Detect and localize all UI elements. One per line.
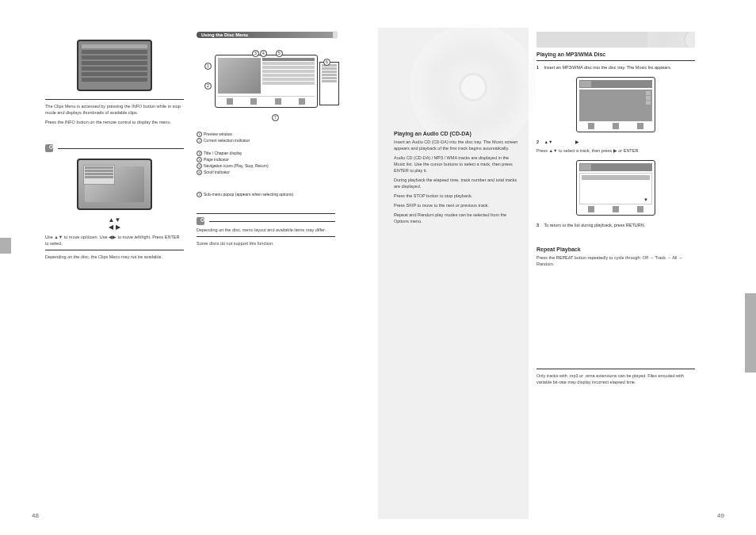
- step-3: 3 To return to the list during playback,…: [536, 222, 695, 228]
- play-icon: ▶: [575, 139, 579, 144]
- legend-item: 4Page indicator: [197, 157, 335, 162]
- callout-5: 5: [276, 50, 283, 57]
- mock-thumb: [580, 81, 591, 87]
- left-col-1: The Clips Menu is accessed by pressing t…: [45, 32, 184, 263]
- down-icon: ▼: [643, 197, 648, 202]
- mock-row: [82, 50, 147, 54]
- mock-menu-pane: [262, 58, 315, 94]
- mock-header: [579, 80, 652, 88]
- mock-row: [82, 78, 147, 82]
- divider: [197, 213, 335, 214]
- disc-decoration-icon: [647, 32, 695, 48]
- repeat-text: Press the REPEAT button repeatedly to cy…: [536, 254, 695, 267]
- mock-icon: [637, 123, 643, 129]
- mock-row: [82, 55, 147, 59]
- mock-row: [262, 78, 315, 81]
- callout-3: 3: [252, 50, 259, 57]
- mock-icon: [250, 98, 257, 105]
- mock-row: [82, 72, 147, 76]
- note-text: Only tracks with .mp3 or .wma extensions…: [536, 373, 695, 385]
- left-col-2: Using the Disc Menu: [197, 32, 335, 250]
- clips-menu-mockup: [77, 40, 152, 91]
- heading: Playing an Audio CD (CD-DA): [394, 131, 521, 136]
- mock-row: [85, 173, 113, 175]
- note-row: [197, 217, 335, 225]
- divider: [45, 99, 184, 100]
- callout-4: 4: [260, 50, 267, 57]
- disc-menu-mockup-wrap: 3 4 5 1 2 6 7: [197, 55, 335, 108]
- callout-7: 7: [272, 114, 279, 121]
- mock-body: ▼: [579, 173, 652, 204]
- mock-row: [322, 71, 337, 73]
- divider: [197, 236, 335, 237]
- mock-row: [82, 67, 147, 71]
- divider: [58, 148, 184, 149]
- legend-item: 6Scroll indicator: [197, 170, 335, 175]
- mock-icon: [275, 98, 281, 105]
- page-number: 48: [32, 512, 39, 519]
- divider: [536, 60, 695, 61]
- mock-row: [262, 58, 315, 61]
- callout-2: 2: [204, 82, 212, 90]
- mock-row: [262, 74, 315, 77]
- mock-icon: [613, 123, 619, 129]
- repeat-heading: Repeat Playback: [536, 246, 695, 252]
- mock-submenu-popup: [319, 62, 339, 105]
- divider: [209, 221, 335, 222]
- body-text: During playback the elapsed time, track …: [394, 177, 521, 189]
- right-col-1: Playing an Audio CD (CD-DA) Insert an Au…: [394, 32, 521, 227]
- up-down-icon: ▲▼: [109, 216, 121, 224]
- legend-item: 2Current selection indicator: [197, 138, 335, 143]
- mock-icon: [613, 206, 619, 212]
- mock-overlay-menu: [83, 165, 115, 185]
- arrow-hint-text: Use ▲▼ to move up/down. Use ◀▶ to move l…: [45, 234, 184, 246]
- mock-row: [262, 66, 315, 69]
- mock-header: [579, 163, 652, 171]
- mock-row: [262, 62, 315, 65]
- body-text: Press the STOP button to stop playback.: [394, 193, 521, 199]
- body-text: Audio CD (CD-DA) / MP3 / WMA tracks are …: [394, 155, 521, 174]
- mock-body: [579, 90, 652, 121]
- mock-row: [85, 176, 113, 178]
- note-icon: [197, 217, 204, 225]
- mock-row: [262, 82, 315, 85]
- mock-footer: [579, 206, 652, 212]
- mock-scrollbar: [646, 91, 651, 105]
- step-2-text: Press ▲▼ to select a track, then press ▶…: [536, 147, 695, 154]
- mock-row: [582, 175, 650, 180]
- up-down-icon: ▲▼: [544, 139, 553, 144]
- legend-item: 1Preview window: [197, 132, 335, 137]
- mock-icon: [227, 98, 233, 105]
- body-text: Repeat and Random play modes can be sele…: [394, 212, 521, 224]
- note-text: Depending on the disc, the Clips Menu ma…: [45, 254, 184, 260]
- step-2: 2 ▲▼ ▶: [536, 139, 695, 145]
- callout-1: 1: [204, 63, 212, 70]
- arrow-key-hint: ▲▼ ◀ ▶: [45, 216, 184, 231]
- page-tab-right: [745, 293, 756, 373]
- section-header-bar: [536, 32, 695, 48]
- mock-row: [322, 77, 337, 79]
- mock-footer: [579, 123, 652, 129]
- legend-item: 5Navigation icons (Play, Stop, Return): [197, 163, 335, 169]
- mock-row: [82, 61, 147, 65]
- mock-row: [82, 44, 147, 48]
- callout-legend: 1Preview window 2Current selection indic…: [197, 132, 335, 197]
- note-text: Depending on the disc, menu layout and a…: [197, 227, 335, 233]
- intro-text: The Clips Menu is accessed by pressing t…: [45, 103, 184, 116]
- mock-row: [262, 70, 315, 73]
- legend-item: 7Sub-menu popup (appears when selecting …: [197, 192, 335, 197]
- mock-icon: [637, 206, 643, 212]
- legend-item: 3Title / Chapter display: [197, 151, 335, 156]
- page-tab-left: [0, 238, 11, 254]
- left-right-icon: ◀ ▶: [109, 224, 120, 231]
- section-title: Playing an MP3/WMA Disc: [536, 52, 695, 57]
- divider: [45, 250, 184, 250]
- mock-icon: [588, 206, 594, 212]
- info-menu-mockup: [77, 159, 152, 210]
- note-icon: [45, 144, 53, 152]
- mock-row: [322, 74, 337, 76]
- music-playback-mockup: ▼: [576, 160, 655, 216]
- body-text: Press SKIP to move to the next or previo…: [394, 202, 521, 208]
- page-number: 49: [717, 512, 724, 519]
- music-list-mockup: [576, 77, 655, 132]
